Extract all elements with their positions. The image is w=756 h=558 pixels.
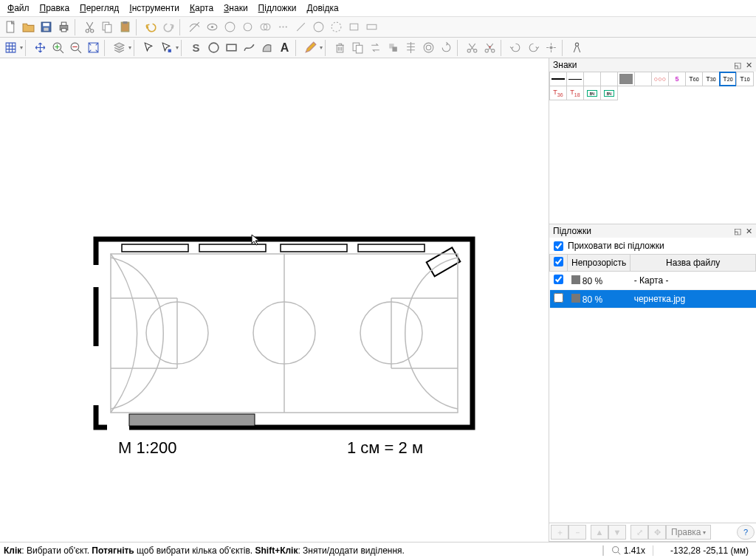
rect2-icon[interactable] — [363, 18, 380, 35]
symbol-vch1[interactable]: вч — [583, 86, 601, 100]
help-icon[interactable]: ? — [737, 525, 755, 540]
zoom-out-icon[interactable] — [67, 39, 84, 56]
symbol-empty2[interactable] — [600, 72, 618, 86]
draw-s-icon[interactable]: S — [188, 39, 205, 56]
circles-icon[interactable] — [257, 18, 274, 35]
georef-icon[interactable]: ⤢ — [630, 525, 648, 540]
svg-rect-10 — [105, 24, 111, 32]
symbol-line-thick[interactable] — [549, 72, 567, 86]
ring-icon[interactable] — [420, 39, 437, 56]
menu-підложки[interactable]: Підложки — [254, 1, 301, 15]
symbol-dots-red[interactable]: ○○○ — [651, 72, 669, 86]
tool-b-icon[interactable] — [204, 18, 221, 35]
symbol-line-thin[interactable] — [566, 72, 584, 86]
undock2-icon[interactable]: ◱ — [734, 227, 741, 236]
svg-point-44 — [549, 46, 552, 49]
tool-a-icon[interactable] — [186, 18, 203, 35]
undock-icon[interactable]: ◱ — [734, 61, 741, 70]
layers-icon[interactable] — [111, 39, 128, 56]
fillswap-icon[interactable] — [385, 39, 402, 56]
menu-знаки[interactable]: Знаки — [219, 1, 252, 15]
pencil-icon[interactable] — [302, 39, 319, 56]
add-template-icon[interactable]: ＋ — [551, 525, 568, 540]
status-zoom[interactable]: 1.41x — [603, 545, 653, 556]
copy-icon[interactable] — [99, 18, 116, 35]
align-icon[interactable] — [402, 39, 419, 56]
canvas[interactable]: М 1:200 1 см = 2 м — [0, 58, 549, 542]
zoom-fit-icon[interactable] — [85, 39, 102, 56]
edit-node-icon[interactable] — [158, 39, 175, 56]
circle3-icon[interactable] — [310, 18, 327, 35]
col-opacity[interactable]: Непрозорість — [568, 255, 630, 272]
zoom-in-icon[interactable] — [49, 39, 66, 56]
table-row[interactable]: 80 %- Карта - — [550, 272, 756, 290]
snap-icon[interactable] — [543, 39, 560, 56]
symbol-t20[interactable]: T20 — [719, 72, 737, 86]
menu-перегляд[interactable]: Перегляд — [75, 1, 123, 15]
scissors2-icon[interactable] — [481, 39, 498, 56]
close-panel-icon[interactable]: ✕ — [746, 61, 752, 70]
symbol-vch2[interactable]: вч — [600, 86, 618, 100]
print-icon[interactable] — [55, 18, 72, 35]
symbol-num5[interactable]: 5 — [668, 72, 686, 86]
table-row[interactable]: 80 %чернетка.jpg — [550, 290, 756, 309]
undo-icon[interactable] — [142, 18, 159, 35]
grid-icon[interactable] — [2, 39, 19, 56]
col-check[interactable] — [550, 255, 568, 272]
menu-інструменти[interactable]: Інструменти — [125, 1, 184, 15]
remove-template-icon[interactable]: － — [568, 525, 586, 540]
line-diag-icon[interactable] — [292, 18, 309, 35]
draw-circle-icon[interactable] — [205, 39, 222, 56]
symbol-t10[interactable]: T10 — [736, 72, 754, 86]
move-up-icon[interactable]: ▲ — [591, 525, 608, 540]
rotate-icon[interactable] — [438, 39, 455, 56]
save-icon[interactable] — [38, 18, 55, 35]
row-checkbox[interactable] — [554, 275, 563, 284]
redo-icon[interactable] — [160, 18, 177, 35]
circle2-icon[interactable] — [239, 18, 256, 35]
pan-icon[interactable] — [32, 39, 49, 56]
swap-icon[interactable] — [367, 39, 384, 56]
text-icon[interactable]: A — [276, 39, 293, 56]
paste-icon[interactable] — [117, 18, 134, 35]
symbol-t18[interactable]: T18 — [566, 86, 584, 100]
symbol-empty1[interactable] — [583, 72, 601, 86]
open-file-icon[interactable] — [20, 18, 37, 35]
scissors1-icon[interactable] — [464, 39, 481, 56]
symbol-t36[interactable]: T36 — [549, 86, 567, 100]
circle4-icon[interactable] — [328, 18, 345, 35]
rot-left-icon[interactable] — [507, 39, 524, 56]
hide-all-checkbox[interactable] — [554, 241, 563, 251]
circle1-icon[interactable] — [221, 18, 238, 35]
rot-right-icon[interactable] — [525, 39, 542, 56]
menu-довідка[interactable]: Довідка — [303, 1, 343, 15]
edit-dropdown[interactable]: Правка ▾ — [666, 525, 711, 540]
close-panel2-icon[interactable]: ✕ — [746, 227, 752, 236]
toolbar-2: ▾ ▾ ▾ S A ▾ — [0, 38, 756, 58]
cut-icon[interactable] — [81, 18, 98, 35]
new-file-icon[interactable] — [2, 18, 19, 35]
position-icon[interactable]: ✥ — [648, 525, 666, 540]
dots-icon[interactable] — [275, 18, 292, 35]
symbol-t60[interactable]: T60 — [685, 72, 703, 86]
row-checkbox[interactable] — [554, 293, 563, 303]
svg-rect-53 — [281, 244, 347, 252]
symbol-t30[interactable]: T30 — [702, 72, 720, 86]
select-icon[interactable] — [140, 39, 157, 56]
svg-rect-3 — [44, 28, 48, 31]
draw-free-icon[interactable] — [241, 39, 258, 56]
menu-файл[interactable]: Файл — [3, 1, 34, 15]
col-name[interactable]: Назва файлу — [630, 255, 756, 272]
rect-tool-icon[interactable] — [346, 18, 362, 35]
trash-icon[interactable] — [331, 39, 348, 56]
menu-карта[interactable]: Карта — [185, 1, 218, 15]
svg-point-15 — [225, 22, 235, 32]
dup-icon[interactable] — [349, 39, 366, 56]
symbol-fill-gray[interactable] — [617, 72, 635, 86]
draw-fill-icon[interactable] — [258, 39, 275, 56]
draw-rect-icon[interactable] — [223, 39, 240, 56]
menu-правка[interactable]: Правка — [35, 1, 75, 15]
compass-icon[interactable] — [568, 39, 585, 56]
move-down-icon[interactable]: ▼ — [608, 525, 626, 540]
symbol-empty3[interactable] — [634, 72, 652, 86]
